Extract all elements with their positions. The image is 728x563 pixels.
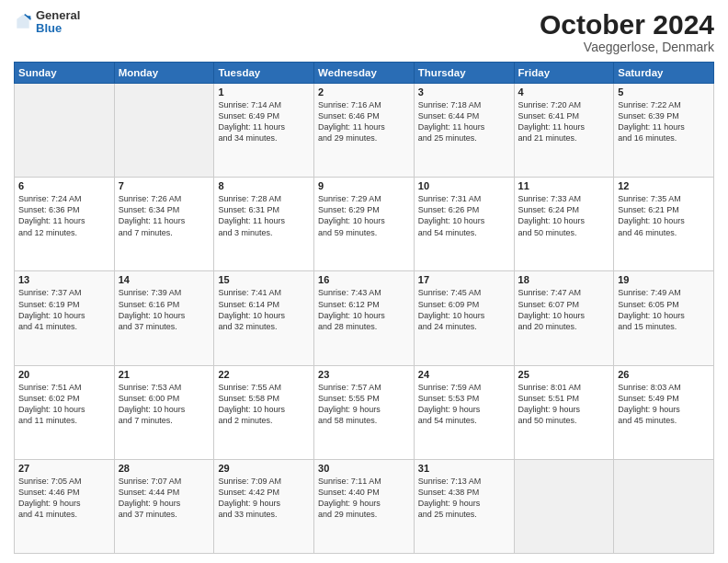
day-header-monday: Monday	[114, 63, 214, 84]
day-number: 6	[18, 180, 110, 191]
day-info: Sunrise: 7:43 AM Sunset: 6:12 PM Dayligh…	[318, 287, 410, 332]
calendar-cell: 15Sunrise: 7:41 AM Sunset: 6:14 PM Dayli…	[214, 271, 314, 365]
calendar-title: October 2024	[540, 9, 714, 40]
day-number: 8	[218, 180, 310, 191]
day-info: Sunrise: 7:53 AM Sunset: 6:00 PM Dayligh…	[119, 382, 210, 427]
day-info: Sunrise: 7:39 AM Sunset: 6:16 PM Dayligh…	[119, 287, 210, 332]
calendar-cell: 29Sunrise: 7:09 AM Sunset: 4:42 PM Dayli…	[214, 459, 314, 553]
day-number: 16	[318, 274, 410, 285]
day-info: Sunrise: 7:41 AM Sunset: 6:14 PM Dayligh…	[218, 287, 310, 332]
title-section: October 2024 Vaeggerlose, Denmark	[540, 9, 714, 54]
calendar-cell: 18Sunrise: 7:47 AM Sunset: 6:07 PM Dayli…	[514, 271, 614, 365]
day-number: 17	[418, 274, 510, 285]
calendar-cell: 21Sunrise: 7:53 AM Sunset: 6:00 PM Dayli…	[114, 365, 214, 459]
calendar-week-1: 1Sunrise: 7:14 AM Sunset: 6:49 PM Daylig…	[15, 84, 714, 178]
day-info: Sunrise: 8:03 AM Sunset: 5:49 PM Dayligh…	[618, 382, 710, 427]
day-number: 20	[18, 369, 110, 380]
day-number: 24	[418, 369, 510, 380]
calendar-cell: 31Sunrise: 7:13 AM Sunset: 4:38 PM Dayli…	[414, 459, 514, 553]
calendar-week-3: 13Sunrise: 7:37 AM Sunset: 6:19 PM Dayli…	[15, 271, 714, 365]
day-info: Sunrise: 8:01 AM Sunset: 5:51 PM Dayligh…	[518, 382, 610, 427]
calendar-cell: 7Sunrise: 7:26 AM Sunset: 6:34 PM Daylig…	[114, 178, 214, 271]
calendar-week-4: 20Sunrise: 7:51 AM Sunset: 6:02 PM Dayli…	[15, 365, 714, 459]
calendar-cell	[614, 459, 714, 553]
day-number: 10	[418, 180, 510, 191]
calendar-cell: 25Sunrise: 8:01 AM Sunset: 5:51 PM Dayli…	[514, 365, 614, 459]
day-number: 3	[418, 86, 510, 98]
calendar-table: SundayMondayTuesdayWednesdayThursdayFrid…	[14, 62, 714, 554]
day-number: 14	[119, 274, 210, 285]
day-info: Sunrise: 7:47 AM Sunset: 6:07 PM Dayligh…	[518, 287, 610, 332]
day-number: 21	[119, 369, 210, 380]
calendar-cell: 14Sunrise: 7:39 AM Sunset: 6:16 PM Dayli…	[114, 271, 214, 365]
calendar-cell: 16Sunrise: 7:43 AM Sunset: 6:12 PM Dayli…	[314, 271, 415, 365]
day-info: Sunrise: 7:26 AM Sunset: 6:34 PM Dayligh…	[119, 193, 210, 238]
calendar-cell	[514, 459, 614, 553]
calendar-cell	[15, 84, 115, 178]
logo-line2: Blue	[36, 22, 80, 35]
calendar-cell: 22Sunrise: 7:55 AM Sunset: 5:58 PM Dayli…	[214, 365, 314, 459]
logo-icon	[14, 13, 32, 31]
calendar-week-2: 6Sunrise: 7:24 AM Sunset: 6:36 PM Daylig…	[15, 178, 714, 271]
day-number: 4	[518, 86, 610, 98]
calendar-cell: 23Sunrise: 7:57 AM Sunset: 5:55 PM Dayli…	[314, 365, 415, 459]
day-info: Sunrise: 7:51 AM Sunset: 6:02 PM Dayligh…	[18, 382, 110, 427]
header: General Blue October 2024 Vaeggerlose, D…	[14, 9, 714, 54]
calendar-cell: 8Sunrise: 7:28 AM Sunset: 6:31 PM Daylig…	[214, 178, 314, 271]
calendar-cell: 10Sunrise: 7:31 AM Sunset: 6:26 PM Dayli…	[414, 178, 514, 271]
calendar-cell: 24Sunrise: 7:59 AM Sunset: 5:53 PM Dayli…	[414, 365, 514, 459]
calendar-header-row: SundayMondayTuesdayWednesdayThursdayFrid…	[15, 63, 714, 84]
day-info: Sunrise: 7:18 AM Sunset: 6:44 PM Dayligh…	[418, 99, 510, 144]
day-info: Sunrise: 7:37 AM Sunset: 6:19 PM Dayligh…	[18, 287, 110, 332]
day-info: Sunrise: 7:57 AM Sunset: 5:55 PM Dayligh…	[318, 382, 410, 427]
day-number: 25	[518, 369, 610, 380]
calendar-cell: 4Sunrise: 7:20 AM Sunset: 6:41 PM Daylig…	[514, 84, 614, 178]
day-info: Sunrise: 7:22 AM Sunset: 6:39 PM Dayligh…	[618, 99, 710, 144]
calendar-cell: 6Sunrise: 7:24 AM Sunset: 6:36 PM Daylig…	[15, 178, 115, 271]
day-info: Sunrise: 7:45 AM Sunset: 6:09 PM Dayligh…	[418, 287, 510, 332]
calendar-week-5: 27Sunrise: 7:05 AM Sunset: 4:46 PM Dayli…	[15, 459, 714, 553]
day-info: Sunrise: 7:31 AM Sunset: 6:26 PM Dayligh…	[418, 193, 510, 238]
day-number: 15	[218, 274, 310, 285]
day-number: 5	[618, 86, 710, 98]
day-header-wednesday: Wednesday	[314, 63, 415, 84]
day-info: Sunrise: 7:09 AM Sunset: 4:42 PM Dayligh…	[218, 476, 310, 521]
logo: General Blue	[14, 9, 80, 36]
calendar-cell	[114, 84, 214, 178]
day-number: 29	[218, 463, 310, 474]
day-number: 13	[18, 274, 110, 285]
day-info: Sunrise: 7:29 AM Sunset: 6:29 PM Dayligh…	[318, 193, 410, 238]
calendar-cell: 11Sunrise: 7:33 AM Sunset: 6:24 PM Dayli…	[514, 178, 614, 271]
calendar-cell: 9Sunrise: 7:29 AM Sunset: 6:29 PM Daylig…	[314, 178, 415, 271]
day-number: 26	[618, 369, 710, 380]
day-number: 1	[218, 86, 310, 98]
day-header-tuesday: Tuesday	[214, 63, 314, 84]
day-header-friday: Friday	[514, 63, 614, 84]
day-number: 22	[218, 369, 310, 380]
logo-line1: General	[36, 9, 80, 22]
day-number: 28	[119, 463, 210, 474]
day-info: Sunrise: 7:59 AM Sunset: 5:53 PM Dayligh…	[418, 382, 510, 427]
calendar-subtitle: Vaeggerlose, Denmark	[540, 40, 714, 54]
calendar-cell: 1Sunrise: 7:14 AM Sunset: 6:49 PM Daylig…	[214, 84, 314, 178]
day-number: 7	[119, 180, 210, 191]
day-info: Sunrise: 7:14 AM Sunset: 6:49 PM Dayligh…	[218, 99, 310, 144]
day-info: Sunrise: 7:55 AM Sunset: 5:58 PM Dayligh…	[218, 382, 310, 427]
calendar-cell: 26Sunrise: 8:03 AM Sunset: 5:49 PM Dayli…	[614, 365, 714, 459]
day-number: 23	[318, 369, 410, 380]
day-header-saturday: Saturday	[614, 63, 714, 84]
day-number: 2	[318, 86, 410, 98]
calendar-cell: 5Sunrise: 7:22 AM Sunset: 6:39 PM Daylig…	[614, 84, 714, 178]
day-info: Sunrise: 7:13 AM Sunset: 4:38 PM Dayligh…	[418, 476, 510, 521]
calendar-cell: 3Sunrise: 7:18 AM Sunset: 6:44 PM Daylig…	[414, 84, 514, 178]
day-info: Sunrise: 7:11 AM Sunset: 4:40 PM Dayligh…	[318, 476, 410, 521]
day-info: Sunrise: 7:05 AM Sunset: 4:46 PM Dayligh…	[18, 476, 110, 521]
calendar-cell: 30Sunrise: 7:11 AM Sunset: 4:40 PM Dayli…	[314, 459, 415, 553]
day-info: Sunrise: 7:07 AM Sunset: 4:44 PM Dayligh…	[119, 476, 210, 521]
day-number: 9	[318, 180, 410, 191]
day-number: 19	[618, 274, 710, 285]
calendar-cell: 27Sunrise: 7:05 AM Sunset: 4:46 PM Dayli…	[15, 459, 115, 553]
day-number: 31	[418, 463, 510, 474]
day-info: Sunrise: 7:20 AM Sunset: 6:41 PM Dayligh…	[518, 99, 610, 144]
calendar-cell: 17Sunrise: 7:45 AM Sunset: 6:09 PM Dayli…	[414, 271, 514, 365]
